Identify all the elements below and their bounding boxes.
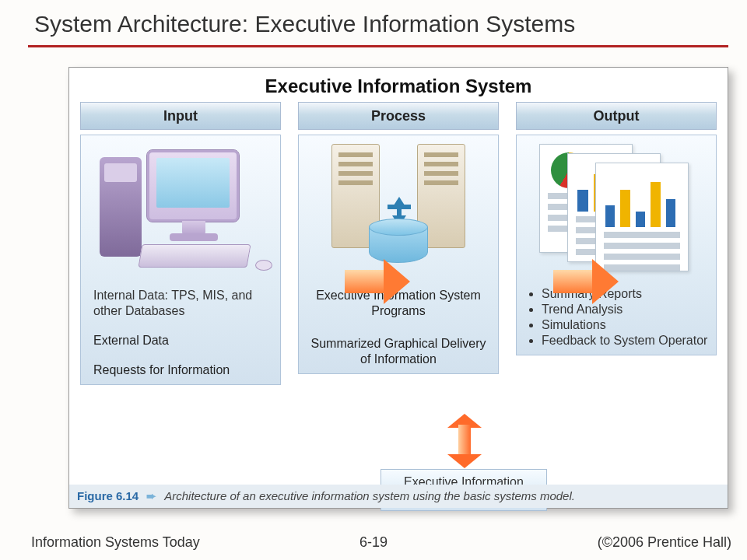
arrow-process-to-output-icon <box>553 259 619 304</box>
column-output: Output Summary Reports Trend Analysis Si… <box>516 102 717 385</box>
columns-container: Input Internal Data: TPS, MIS, and other… <box>69 102 728 385</box>
slide-title: System Architecture: Executive Informati… <box>0 0 747 45</box>
input-box: Internal Data: TPS, MIS, and other Datab… <box>80 135 281 385</box>
process-box: Executive Information System Programs Su… <box>298 135 499 374</box>
computer-icon <box>89 140 272 280</box>
output-box: Summary Reports Trend Analysis Simulatio… <box>516 135 717 355</box>
input-requests-text: Requests for Information <box>89 362 272 378</box>
process-header: Process <box>298 102 499 130</box>
arrow-input-to-process-icon <box>345 259 410 304</box>
column-process: Process Executive Information System Pro… <box>298 102 499 385</box>
input-external-data-text: External Data <box>89 333 272 348</box>
output-header: Output <box>516 102 717 130</box>
arrow-process-to-data-icon <box>447 414 482 468</box>
figure-number: Figure 6.14 <box>77 489 139 503</box>
output-bullet-3: Simulations <box>542 317 708 333</box>
output-bullet-4: Feedback to System Operator <box>542 333 708 348</box>
input-internal-data-text: Internal Data: TPS, MIS, and other Datab… <box>89 288 272 319</box>
output-bullet-2: Trend Analysis <box>542 302 708 317</box>
footer-copyright: (©2006 Prentice Hall) <box>598 534 731 551</box>
title-divider <box>28 45 728 47</box>
process-delivery-text: Summarized Graphical Delivery of Informa… <box>307 336 490 367</box>
footer-left: Information Systems Today <box>31 534 200 551</box>
figure-title: Executive Information System <box>69 68 728 102</box>
figure-frame: Executive Information System Input Inter… <box>68 67 728 509</box>
caption-arrow-icon: ➨ <box>146 489 156 503</box>
input-header: Input <box>80 102 281 130</box>
figure-caption: Figure 6.14 ➨ Architecture of an executi… <box>69 485 728 508</box>
footer-page-number: 6-19 <box>359 534 388 551</box>
column-input: Input Internal Data: TPS, MIS, and other… <box>80 102 281 385</box>
figure-caption-text: Architecture of an executive information… <box>164 489 575 503</box>
